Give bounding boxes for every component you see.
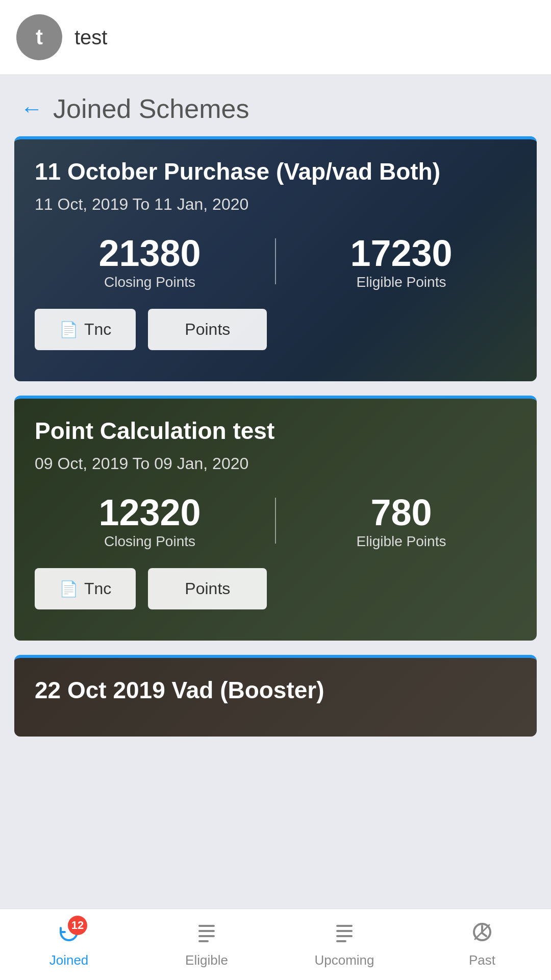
- eligible-points-value-2: 780: [286, 492, 516, 533]
- upcoming-icon: [333, 921, 356, 948]
- points-button-1[interactable]: Points: [148, 309, 267, 350]
- scheme-date-1: 11 Oct, 2019 To 11 Jan, 2020: [35, 195, 516, 214]
- card-content-1: 11 October Purchase (Vap/vad Both) 11 Oc…: [14, 139, 537, 369]
- avatar: t: [16, 14, 62, 60]
- eligible-label: Eligible: [185, 952, 228, 968]
- card-buttons-1: 📄 Tnc Points: [35, 309, 516, 350]
- card-content-2: Point Calculation test 09 Oct, 2019 To 0…: [14, 399, 537, 628]
- points-button-2[interactable]: Points: [148, 568, 267, 609]
- svg-rect-5: [336, 930, 353, 932]
- eligible-points-block-2: 780 Eligible Points: [286, 492, 516, 550]
- page-title: Joined Schemes: [53, 93, 249, 124]
- closing-points-label-1: Closing Points: [35, 274, 265, 290]
- upcoming-label: Upcoming: [314, 952, 374, 968]
- tnc-button-1[interactable]: 📄 Tnc: [35, 309, 136, 350]
- header-username: test: [74, 26, 107, 49]
- tnc-label-1: Tnc: [84, 320, 111, 339]
- scheme-card-2: Point Calculation test 09 Oct, 2019 To 0…: [14, 396, 537, 641]
- schemes-list: 11 October Purchase (Vap/vad Both) 11 Oc…: [0, 136, 551, 737]
- nav-item-past[interactable]: Past: [413, 921, 551, 968]
- page-title-bar: ← Joined Schemes: [0, 75, 551, 136]
- points-btn-label-1: Points: [185, 320, 230, 338]
- cards-scroll: 11 October Purchase (Vap/vad Both) 11 Oc…: [0, 136, 551, 818]
- svg-rect-7: [336, 940, 346, 942]
- bottom-navigation: 12 Joined Eligible Upcoming: [0, 909, 551, 980]
- nav-item-upcoming[interactable]: Upcoming: [276, 921, 413, 968]
- closing-points-value-2: 12320: [35, 492, 265, 533]
- svg-line-10: [482, 933, 486, 936]
- scheme-title-1: 11 October Purchase (Vap/vad Both): [35, 158, 516, 186]
- eligible-icon: [195, 921, 218, 948]
- joined-label: Joined: [49, 952, 89, 968]
- svg-rect-3: [198, 940, 209, 942]
- points-divider-1: [275, 238, 276, 284]
- svg-rect-6: [336, 935, 353, 937]
- scheme-date-2: 09 Oct, 2019 To 09 Jan, 2020: [35, 454, 516, 473]
- eligible-points-label-2: Eligible Points: [286, 533, 516, 550]
- joined-icon: 12: [58, 921, 80, 948]
- scheme-card-1: 11 October Purchase (Vap/vad Both) 11 Oc…: [14, 136, 537, 381]
- avatar-initial: t: [36, 25, 43, 50]
- svg-rect-4: [336, 925, 353, 927]
- points-row-1: 21380 Closing Points 17230 Eligible Poin…: [35, 232, 516, 290]
- eligible-points-block-1: 17230 Eligible Points: [286, 232, 516, 290]
- eligible-points-label-1: Eligible Points: [286, 274, 516, 290]
- past-icon: [471, 921, 493, 948]
- tnc-label-2: Tnc: [84, 579, 111, 598]
- doc-icon-1: 📄: [59, 321, 78, 338]
- scheme-title-3: 22 Oct 2019 Vad (Booster): [35, 676, 516, 704]
- past-label: Past: [469, 952, 495, 968]
- nav-item-joined[interactable]: 12 Joined: [0, 921, 138, 968]
- closing-points-block-1: 21380 Closing Points: [35, 232, 265, 290]
- svg-rect-2: [198, 935, 215, 937]
- card-content-3: 22 Oct 2019 Vad (Booster): [14, 658, 537, 732]
- header: t test: [0, 0, 551, 75]
- back-button[interactable]: ←: [20, 96, 43, 121]
- points-btn-label-2: Points: [185, 579, 230, 598]
- nav-item-eligible[interactable]: Eligible: [138, 921, 276, 968]
- tnc-button-2[interactable]: 📄 Tnc: [35, 568, 136, 609]
- closing-points-label-2: Closing Points: [35, 533, 265, 550]
- svg-rect-0: [198, 925, 215, 927]
- points-row-2: 12320 Closing Points 780 Eligible Points: [35, 492, 516, 550]
- closing-points-value-1: 21380: [35, 232, 265, 274]
- doc-icon-2: 📄: [59, 580, 78, 598]
- svg-rect-1: [198, 930, 215, 932]
- points-divider-2: [275, 498, 276, 544]
- scheme-card-3: 22 Oct 2019 Vad (Booster): [14, 655, 537, 737]
- eligible-points-value-1: 17230: [286, 232, 516, 274]
- closing-points-block-2: 12320 Closing Points: [35, 492, 265, 550]
- scheme-title-2: Point Calculation test: [35, 417, 516, 445]
- joined-badge: 12: [68, 916, 87, 935]
- card-buttons-2: 📄 Tnc Points: [35, 568, 516, 609]
